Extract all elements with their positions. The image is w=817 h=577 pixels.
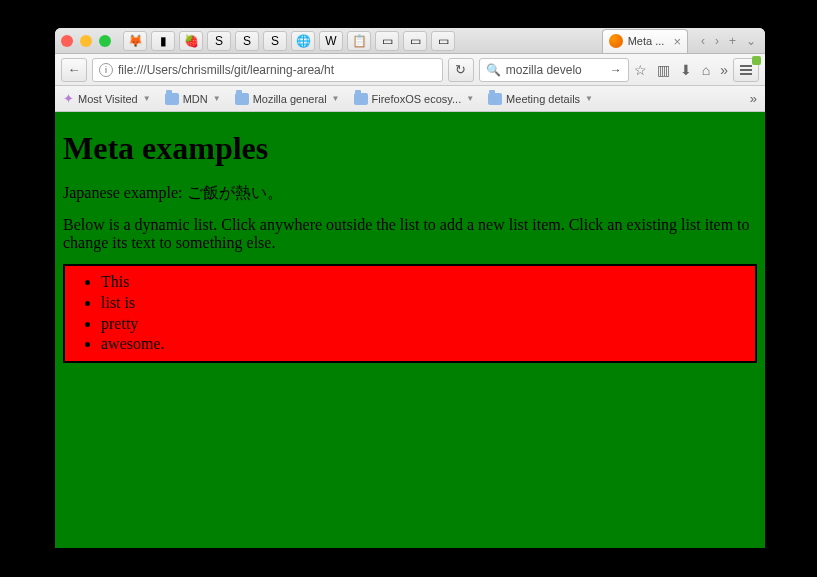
- folder-icon: [488, 93, 502, 105]
- bookmarks-overflow-button[interactable]: »: [750, 91, 757, 106]
- active-tab-title: Meta ...: [628, 35, 665, 47]
- active-tab[interactable]: Meta ... ×: [602, 29, 688, 53]
- chevron-down-icon: ▼: [466, 94, 474, 103]
- chevron-down-icon: ▼: [213, 94, 221, 103]
- bookmark-meeting-details[interactable]: Meeting details▼: [488, 93, 593, 105]
- bugzilla-icon[interactable]: ▭: [403, 31, 427, 51]
- list-item[interactable]: This: [101, 272, 747, 293]
- sheets-icon-1[interactable]: S: [207, 31, 231, 51]
- bookmark-star-icon[interactable]: ☆: [634, 62, 647, 78]
- folder-icon: [165, 93, 179, 105]
- search-icon: 🔍: [486, 63, 501, 77]
- star-icon: ✦: [63, 91, 74, 106]
- globe-icon[interactable]: 🌐: [291, 31, 315, 51]
- bookmark-label: FirefoxOS ecosy...: [372, 93, 462, 105]
- bookmarks-toolbar: ✦Most Visited▼MDN▼Mozilla general▼Firefo…: [55, 86, 765, 112]
- firefox-icon[interactable]: 🦊: [123, 31, 147, 51]
- new-tab-button[interactable]: +: [726, 34, 739, 48]
- minimize-window-button[interactable]: [80, 35, 92, 47]
- search-text: mozilla develo: [506, 63, 605, 77]
- overflow-icon[interactable]: »: [720, 62, 728, 78]
- list-instructions-text: Below is a dynamic list. Click anywhere …: [63, 216, 757, 252]
- bookmark-most-visited[interactable]: ✦Most Visited▼: [63, 91, 151, 106]
- zoom-window-button[interactable]: [99, 35, 111, 47]
- bookmark-mozilla-general[interactable]: Mozilla general▼: [235, 93, 340, 105]
- page-heading: Meta examples: [63, 130, 757, 167]
- w-icon[interactable]: W: [319, 31, 343, 51]
- bookmark-mdn[interactable]: MDN▼: [165, 93, 221, 105]
- tab-scroll-left[interactable]: ‹: [698, 34, 708, 48]
- firefox-icon: [609, 34, 623, 48]
- tab-strip-controls: ‹ › + ⌄: [698, 34, 759, 48]
- back-arrow-icon: ←: [68, 62, 81, 77]
- site-info-icon[interactable]: i: [99, 63, 113, 77]
- library-icon[interactable]: ▥: [657, 62, 670, 78]
- chevron-down-icon: ▼: [143, 94, 151, 103]
- hamburger-menu-button[interactable]: [733, 58, 759, 82]
- bookmark-firefoxos-ecosy-[interactable]: FirefoxOS ecosy...▼: [354, 93, 475, 105]
- sheets-icon-3[interactable]: S: [263, 31, 287, 51]
- japanese-example-text: Japanese example: ご飯が熱い。: [63, 183, 757, 204]
- list-item[interactable]: pretty: [101, 314, 747, 335]
- url-bar[interactable]: i file:///Users/chrismills/git/learning-…: [92, 58, 443, 82]
- window-controls: [61, 35, 111, 47]
- toolbar-actions: ☆ ▥ ⬇ ⌂ »: [634, 62, 728, 78]
- chevron-down-icon: ▼: [332, 94, 340, 103]
- back-button[interactable]: ←: [61, 58, 87, 82]
- chevron-down-icon: ▼: [585, 94, 593, 103]
- sheets-icon-2[interactable]: S: [235, 31, 259, 51]
- generic-tab-icon[interactable]: ▭: [431, 31, 455, 51]
- tab-scroll-right[interactable]: ›: [712, 34, 722, 48]
- tab-strip: 🦊▮🍓SSS🌐W📋▭▭▭ Meta ... × ‹ › + ⌄: [55, 28, 765, 54]
- close-window-button[interactable]: [61, 35, 73, 47]
- background-tabs: 🦊▮🍓SSS🌐W📋▭▭▭: [123, 31, 455, 51]
- clipboard-icon[interactable]: 📋: [347, 31, 371, 51]
- bookmark-label: Meeting details: [506, 93, 580, 105]
- folder-icon: [354, 93, 368, 105]
- bookmark-label: MDN: [183, 93, 208, 105]
- reload-button[interactable]: ↻: [448, 58, 474, 82]
- pocket-icon[interactable]: ▮: [151, 31, 175, 51]
- browser-window: 🦊▮🍓SSS🌐W📋▭▭▭ Meta ... × ‹ › + ⌄ ← i file…: [55, 28, 765, 548]
- search-bar[interactable]: 🔍 mozilla develo →: [479, 58, 629, 82]
- list-item[interactable]: list is: [101, 293, 747, 314]
- folder-icon: [235, 93, 249, 105]
- downloads-icon[interactable]: ⬇: [680, 62, 692, 78]
- navigation-toolbar: ← i file:///Users/chrismills/git/learnin…: [55, 54, 765, 86]
- list-item[interactable]: awesome.: [101, 334, 747, 355]
- url-text: file:///Users/chrismills/git/learning-ar…: [118, 63, 436, 77]
- docs-icon[interactable]: ▭: [375, 31, 399, 51]
- search-go-icon[interactable]: →: [610, 63, 622, 77]
- reload-icon: ↻: [455, 62, 466, 77]
- dynamic-list: Thislist isprettyawesome.: [73, 272, 747, 355]
- close-tab-button[interactable]: ×: [673, 34, 681, 49]
- hamburger-icon: [740, 65, 752, 75]
- update-indicator-icon: [752, 56, 761, 65]
- bookmark-label: Mozilla general: [253, 93, 327, 105]
- tab-overflow-button[interactable]: ⌄: [743, 34, 759, 48]
- bookmark-label: Most Visited: [78, 93, 138, 105]
- dynamic-list-box: Thislist isprettyawesome.: [63, 264, 757, 363]
- strawberry-icon[interactable]: 🍓: [179, 31, 203, 51]
- home-icon[interactable]: ⌂: [702, 62, 710, 78]
- page-content[interactable]: Meta examples Japanese example: ご飯が熱い。 B…: [55, 112, 765, 548]
